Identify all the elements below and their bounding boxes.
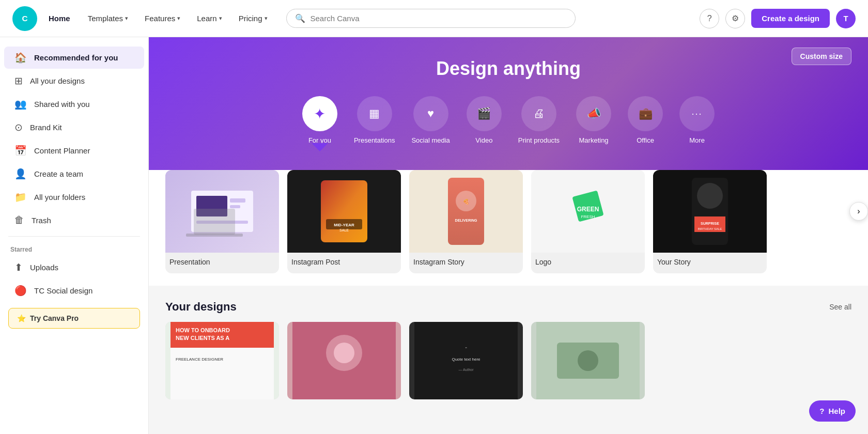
category-marketing[interactable]: 📣 Marketing: [576, 96, 611, 144]
svg-rect-10: [321, 180, 367, 242]
search-input[interactable]: [311, 14, 567, 23]
search-bar: 🔍: [286, 9, 576, 28]
svg-text:DELIVERING: DELIVERING: [455, 219, 477, 222]
design-card-4[interactable]: [531, 322, 645, 399]
design-card-2[interactable]: [287, 322, 401, 399]
svg-text:— Author: — Author: [458, 368, 474, 371]
nav-right-actions: ? ⚙ Create a design T: [700, 9, 856, 28]
category-presentations[interactable]: ▦ Presentations: [354, 96, 395, 144]
svg-point-36: [334, 343, 354, 363]
video-circle: 🎬: [467, 96, 502, 131]
hero-banner: Design anything Custom size ✦ For you ▦ …: [149, 37, 868, 170]
design-card-3[interactable]: " Quote text here — Author: [409, 322, 523, 399]
design-card-1[interactable]: HOW TO ONBOARD NEW CLIENTS AS A FREELANC…: [165, 322, 279, 399]
svg-rect-4: [230, 198, 245, 203]
help-icon: ?: [819, 407, 824, 415]
presentations-circle: ▦: [357, 96, 392, 131]
template-next-arrow[interactable]: ›: [849, 202, 868, 221]
category-social-media[interactable]: ♥ Social media: [411, 96, 450, 144]
social-media-circle: ♥: [413, 96, 448, 131]
pricing-chevron-icon: ▾: [265, 15, 268, 22]
nav-features[interactable]: Features ▾: [138, 11, 187, 26]
svg-rect-5: [230, 205, 240, 208]
learn-chevron-icon: ▾: [219, 15, 222, 22]
sidebar-item-brand-kit[interactable]: ⊙ Brand Kit: [4, 116, 144, 138]
sidebar-item-all-designs[interactable]: ⊞ All your designs: [4, 70, 144, 92]
svg-text:🍕: 🍕: [463, 198, 470, 205]
template-card-presentation[interactable]: Presentation: [165, 170, 279, 273]
svg-text:HOW TO ONBOARD: HOW TO ONBOARD: [176, 327, 230, 333]
print-circle: 🖨: [521, 96, 556, 131]
main-content: Design anything Custom size ✦ For you ▦ …: [149, 37, 868, 434]
svg-text:C: C: [22, 13, 27, 22]
template-card-instagram-post[interactable]: MID-YEAR SALE Instagram Post: [287, 170, 401, 273]
template-cards-list: Presentation: [165, 170, 851, 273]
calendar-icon: 📅: [14, 145, 27, 157]
sidebar-divider: [8, 236, 140, 237]
star-icon: ⭐: [17, 314, 26, 322]
sidebar-item-create-team[interactable]: 👤 Create a team: [4, 163, 144, 185]
category-video[interactable]: 🎬 Video: [467, 96, 502, 144]
search-icon: 🔍: [295, 13, 305, 23]
your-designs-section: Your designs See all HOW TO ONBOARD NEW …: [149, 286, 868, 412]
user-avatar[interactable]: T: [836, 9, 856, 28]
template-card-instagram-story[interactable]: 🍕 DELIVERING Instagram Story: [409, 170, 523, 273]
templates-chevron-icon: ▾: [125, 15, 128, 22]
sidebar-item-uploads[interactable]: ⬆ Uploads: [4, 256, 144, 278]
svg-text:": ": [465, 346, 467, 351]
svg-text:Quote text here: Quote text here: [452, 357, 481, 362]
megaphone-icon: 📣: [587, 107, 601, 120]
settings-btn[interactable]: ⚙: [725, 9, 745, 28]
help-button[interactable]: ? Help: [809, 400, 856, 422]
gear-icon: ⚙: [732, 13, 739, 23]
nav-pricing[interactable]: Pricing ▾: [233, 11, 274, 26]
your-design-cards: HOW TO ONBOARD NEW CLIENTS AS A FREELANC…: [165, 322, 851, 399]
svg-point-43: [578, 350, 598, 371]
grid-icon: ⊞: [14, 75, 23, 87]
nav-learn[interactable]: Learn ▾: [191, 11, 228, 26]
sidebar: 🏠 Recommended for you ⊞ All your designs…: [0, 37, 149, 434]
svg-text:FREELANCE DESIGNER: FREELANCE DESIGNER: [176, 357, 223, 362]
svg-rect-8: [186, 234, 243, 237]
design-categories: ✦ For you ▦ Presentations ♥ Social media: [180, 96, 837, 144]
sidebar-item-content-planner[interactable]: 📅 Content Planner: [4, 140, 144, 162]
create-design-button[interactable]: Create a design: [751, 9, 830, 28]
try-canva-pro-button[interactable]: ⭐ Try Canva Pro: [8, 308, 140, 329]
canva-logo[interactable]: C: [12, 6, 37, 31]
category-for-you[interactable]: ✦ For you: [302, 96, 337, 144]
svg-text:SURPRISE: SURPRISE: [701, 222, 719, 225]
active-indicator-arrow: [312, 143, 328, 151]
upload-icon: ⬆: [14, 261, 23, 273]
home-icon: 🏠: [14, 52, 27, 64]
marketing-circle: 📣: [576, 96, 611, 131]
help-icon-btn[interactable]: ?: [700, 9, 719, 28]
folder-icon: 📁: [14, 191, 27, 203]
heart-icon: ♥: [427, 107, 434, 120]
svg-text:FRESH: FRESH: [581, 214, 595, 219]
svg-text:SALE: SALE: [339, 228, 349, 232]
question-icon: ?: [707, 14, 712, 23]
template-card-logo[interactable]: GREEN FRESH Logo: [531, 170, 645, 273]
custom-size-button[interactable]: Custom size: [792, 48, 851, 65]
flame-icon: 🔴: [14, 285, 27, 297]
hero-title: Design anything: [180, 58, 837, 80]
category-office[interactable]: 💼 Office: [628, 96, 663, 144]
nav-home[interactable]: Home: [41, 11, 78, 26]
template-cards-section: Presentation: [149, 170, 868, 286]
sidebar-item-shared[interactable]: 👥 Shared with you: [4, 93, 144, 115]
category-more[interactable]: ··· More: [679, 96, 715, 144]
office-circle: 💼: [628, 96, 663, 131]
sidebar-item-trash[interactable]: 🗑 Trash: [4, 209, 144, 231]
more-circle: ···: [679, 96, 715, 131]
category-print-products[interactable]: 🖨 Print products: [518, 96, 560, 144]
more-dots-icon: ···: [692, 109, 703, 119]
sidebar-item-tc-social[interactable]: 🔴 TC Social design: [4, 280, 144, 302]
people-icon: 👥: [14, 98, 27, 110]
svg-text:NEW CLIENTS AS A: NEW CLIENTS AS A: [176, 335, 229, 341]
sidebar-item-recommended[interactable]: 🏠 Recommended for you: [4, 47, 144, 69]
template-card-your-story[interactable]: SURPRISE BIRTHDAY SALE Your Story: [653, 170, 767, 273]
nav-templates[interactable]: Templates ▾: [82, 11, 134, 26]
see-all-button[interactable]: See all: [829, 303, 851, 311]
svg-text:GREEN: GREEN: [577, 206, 599, 213]
sidebar-item-all-folders[interactable]: 📁 All your folders: [4, 186, 144, 208]
